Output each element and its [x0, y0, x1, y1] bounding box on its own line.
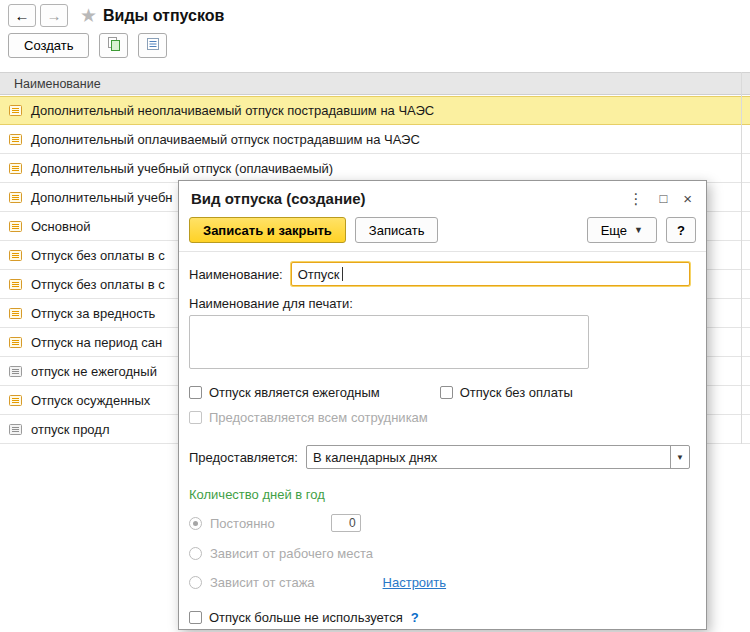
row-label: Отпуск без оплаты в с	[31, 277, 165, 292]
days-count-value: 0	[349, 516, 356, 530]
unpaid-checkbox[interactable]	[440, 386, 453, 399]
print-name-textarea[interactable]	[189, 315, 589, 369]
more-button-label: Еще	[601, 223, 627, 238]
scrollbar-track	[741, 72, 742, 444]
name-input[interactable]: Отпуск	[291, 262, 690, 286]
seniority-radio	[189, 576, 202, 589]
row-label: Отпуск на период сан	[31, 335, 162, 350]
annual-checkbox-label: Отпуск является ежегодным	[209, 385, 380, 400]
navigation-bar: ← → ★ Виды отпусков	[8, 4, 224, 27]
provided-select[interactable]: В календарных днях ▼	[306, 445, 690, 469]
row-label: отпуск продл	[31, 422, 109, 437]
vacation-type-icon	[9, 249, 22, 262]
help-question-icon[interactable]: ?	[411, 610, 419, 625]
row-label: Дополнительный неоплачиваемый отпуск пос…	[31, 103, 434, 118]
annual-checkbox[interactable]	[189, 386, 202, 399]
chevron-down-icon: ▼	[634, 225, 643, 235]
list-settings-button[interactable]	[138, 33, 167, 58]
provided-label: Предоставляется:	[189, 450, 298, 465]
provided-select-value: В календарных днях	[307, 446, 670, 468]
seniority-radio-label: Зависит от стажа	[210, 575, 315, 590]
vacation-type-icon	[9, 423, 22, 436]
more-button[interactable]: Еще ▼	[587, 217, 657, 243]
back-arrow-icon: ←	[15, 7, 30, 24]
vacation-type-icon	[9, 191, 22, 204]
row-label: отпуск не ежегодный	[31, 364, 157, 379]
workplace-radio-label: Зависит от рабочего места	[210, 546, 373, 561]
days-count-input: 0	[331, 514, 361, 532]
dialog-title: Вид отпуска (создание)	[191, 190, 612, 207]
list-row[interactable]: Дополнительный оплачиваемый отпуск постр…	[0, 125, 750, 154]
favorite-star-icon[interactable]: ★	[80, 4, 97, 27]
text-caret	[342, 267, 343, 281]
app-window: ← → ★ Виды отпусков Создать	[0, 0, 750, 632]
configure-link[interactable]: Настроить	[383, 575, 447, 590]
not-used-checkbox[interactable]	[189, 611, 202, 624]
vacation-type-icon	[9, 336, 22, 349]
vacation-type-icon	[9, 394, 22, 407]
forward-button[interactable]: →	[40, 4, 68, 27]
vacation-type-icon	[9, 104, 22, 117]
save-button[interactable]: Записать	[355, 217, 439, 243]
constant-radio	[189, 517, 202, 530]
maximize-icon[interactable]: □	[659, 192, 667, 205]
create-button[interactable]: Создать	[8, 33, 89, 58]
row-label: Дополнительный учебн	[31, 190, 173, 205]
vacation-type-icon	[9, 162, 22, 175]
vacation-type-icon	[9, 365, 22, 378]
forward-arrow-icon: →	[47, 7, 62, 24]
kebab-menu-icon[interactable]: ⋮	[628, 191, 643, 206]
unpaid-checkbox-label: Отпуск без оплаты	[460, 385, 573, 400]
constant-radio-label: Постоянно	[210, 516, 275, 531]
create-by-copy-button[interactable]	[99, 33, 128, 58]
vacation-type-icon	[9, 307, 22, 320]
back-button[interactable]: ←	[8, 4, 36, 27]
vacation-type-icon	[9, 278, 22, 291]
vacation-type-icon	[9, 220, 22, 233]
all-employees-checkbox	[189, 411, 202, 424]
list-row[interactable]: Дополнительный неоплачиваемый отпуск пос…	[0, 96, 750, 125]
workplace-radio	[189, 547, 202, 560]
list-row[interactable]: Дополнительный учебный отпуск (оплачивае…	[0, 154, 750, 183]
list-toolbar: Создать	[8, 33, 167, 58]
row-label: Отпуск осужденных	[31, 393, 150, 408]
chevron-down-icon[interactable]: ▼	[670, 446, 689, 468]
vacation-type-icon	[9, 133, 22, 146]
name-label: Наименование:	[189, 267, 283, 282]
row-label: Отпуск без оплаты в с	[31, 248, 165, 263]
column-header-label: Наименование	[14, 77, 101, 91]
row-label: Основной	[31, 219, 91, 234]
save-and-close-button[interactable]: Записать и закрыть	[189, 217, 346, 243]
all-employees-checkbox-label: Предоставляется всем сотрудникам	[209, 410, 428, 425]
help-button[interactable]: ?	[666, 217, 696, 243]
print-name-label: Наименование для печати:	[189, 296, 690, 311]
close-icon[interactable]: ×	[683, 191, 692, 206]
row-label: Дополнительный учебный отпуск (оплачивае…	[31, 161, 333, 176]
list-settings-icon	[145, 36, 161, 55]
dialog-body: Наименование: Отпуск Наименование для пе…	[179, 252, 706, 625]
name-input-value: Отпуск	[298, 267, 340, 282]
days-per-year-section-label: Количество дней в год	[189, 487, 690, 502]
page-title: Виды отпусков	[103, 7, 224, 25]
not-used-checkbox-label: Отпуск больше не используется	[209, 610, 403, 625]
dialog-titlebar: Вид отпуска (создание) ⋮ □ ×	[179, 181, 706, 215]
column-header-name[interactable]: Наименование	[0, 72, 750, 95]
create-by-copy-icon	[106, 36, 122, 55]
row-label: Отпуск за вредность	[31, 306, 155, 321]
dialog-command-bar: Записать и закрыть Записать Еще ▼ ?	[179, 215, 706, 251]
vacation-type-create-dialog: Вид отпуска (создание) ⋮ □ × Записать и …	[178, 180, 707, 630]
row-label: Дополнительный оплачиваемый отпуск постр…	[31, 132, 420, 147]
